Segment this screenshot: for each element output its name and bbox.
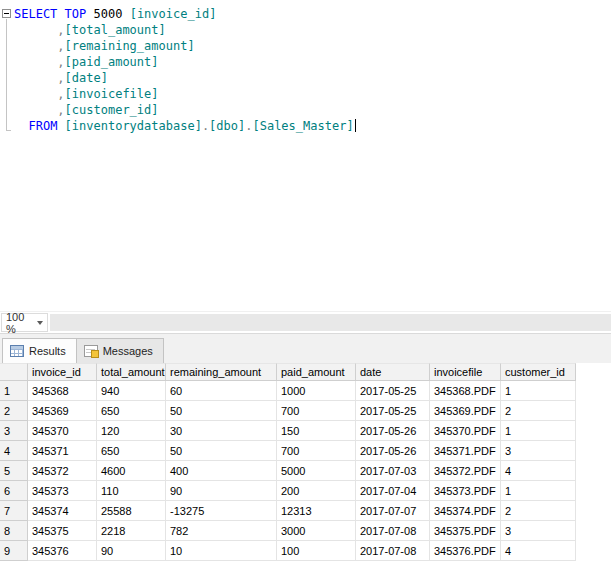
cell-total_amount[interactable]: 4600 <box>97 461 166 481</box>
cell-customer_id[interactable]: 1 <box>501 381 576 401</box>
cell-remaining_amount[interactable]: 60 <box>166 381 277 401</box>
cell-customer_id[interactable]: 2 <box>501 501 576 521</box>
table-row: 734537425588-13275123132017-07-07345374.… <box>0 501 576 521</box>
cell-invoicefile[interactable]: 345369.PDF <box>430 401 501 421</box>
cell-invoicefile[interactable]: 345371.PDF <box>430 441 501 461</box>
cell-paid_amount[interactable]: 5000 <box>277 461 356 481</box>
cell-invoice_id[interactable]: 345375 <box>28 521 97 541</box>
cell-remaining_amount[interactable]: 400 <box>166 461 277 481</box>
code-line: ,[total_amount] <box>14 22 611 38</box>
column-header-date[interactable]: date <box>356 363 430 381</box>
code-line: ,[customer_id] <box>14 102 611 118</box>
cell-total_amount[interactable]: 120 <box>97 421 166 441</box>
column-header-paid_amount[interactable]: paid_amount <box>277 363 356 381</box>
row-header[interactable]: 3 <box>0 421 28 441</box>
cell-invoicefile[interactable]: 345375.PDF <box>430 521 501 541</box>
zoom-level-dropdown[interactable]: 100 % <box>1 313 48 332</box>
tab-results[interactable]: Results <box>2 338 77 363</box>
cell-invoicefile[interactable]: 345373.PDF <box>430 481 501 501</box>
cell-total_amount[interactable]: 650 <box>97 401 166 421</box>
cell-remaining_amount[interactable]: 10 <box>166 541 277 561</box>
messages-icon <box>84 345 98 357</box>
code-line: SELECT TOP 5000 [invoice_id] <box>14 6 611 22</box>
column-header-invoicefile[interactable]: invoicefile <box>430 363 501 381</box>
cell-invoice_id[interactable]: 345374 <box>28 501 97 521</box>
cell-remaining_amount[interactable]: 30 <box>166 421 277 441</box>
table-row: 13453689406010002017-05-25345368.PDF1 <box>0 381 576 401</box>
cell-date[interactable]: 2017-05-26 <box>356 421 430 441</box>
horizontal-scrollbar[interactable] <box>50 314 611 331</box>
cell-total_amount[interactable]: 25588 <box>97 501 166 521</box>
cell-invoicefile[interactable]: 345368.PDF <box>430 381 501 401</box>
cell-date[interactable]: 2017-07-04 <box>356 481 430 501</box>
cell-total_amount[interactable]: 940 <box>97 381 166 401</box>
cell-invoice_id[interactable]: 345373 <box>28 481 97 501</box>
cell-invoice_id[interactable]: 345376 <box>28 541 97 561</box>
column-header-remaining_amount[interactable]: remaining_amount <box>166 363 277 381</box>
cell-date[interactable]: 2017-07-07 <box>356 501 430 521</box>
cell-total_amount[interactable]: 90 <box>97 541 166 561</box>
sql-editor[interactable]: /****** Script for SelectTopNRows comman… <box>0 0 611 311</box>
cell-total_amount[interactable]: 650 <box>97 441 166 461</box>
table-row: 5345372460040050002017-07-03345372.PDF4 <box>0 461 576 481</box>
cell-invoicefile[interactable]: 345372.PDF <box>430 461 501 481</box>
cell-invoice_id[interactable]: 345371 <box>28 441 97 461</box>
cell-invoicefile[interactable]: 345374.PDF <box>430 501 501 521</box>
column-header-total_amount[interactable]: total_amount <box>97 363 166 381</box>
zoom-level-value: 100 % <box>6 311 37 335</box>
row-header[interactable]: 4 <box>0 441 28 461</box>
cell-customer_id[interactable]: 2 <box>501 401 576 421</box>
cell-customer_id[interactable]: 3 <box>501 441 576 461</box>
cell-date[interactable]: 2017-05-25 <box>356 401 430 421</box>
cell-date[interactable]: 2017-07-03 <box>356 461 430 481</box>
code-line: ,[remaining_amount] <box>14 38 611 54</box>
column-header-invoice_id[interactable]: invoice_id <box>28 363 97 381</box>
cell-paid_amount[interactable]: 700 <box>277 401 356 421</box>
row-header[interactable]: 2 <box>0 401 28 421</box>
chevron-down-icon <box>37 321 43 325</box>
row-header[interactable]: 7 <box>0 501 28 521</box>
cell-invoice_id[interactable]: 345372 <box>28 461 97 481</box>
cell-paid_amount[interactable]: 200 <box>277 481 356 501</box>
cell-date[interactable]: 2017-05-25 <box>356 381 430 401</box>
cell-remaining_amount[interactable]: 782 <box>166 521 277 541</box>
table-row: 2345369650507002017-05-25345369.PDF2 <box>0 401 576 421</box>
cell-paid_amount[interactable]: 1000 <box>277 381 356 401</box>
cell-date[interactable]: 2017-07-08 <box>356 541 430 561</box>
tab-messages[interactable]: Messages <box>76 338 164 363</box>
cell-remaining_amount[interactable]: 90 <box>166 481 277 501</box>
cell-invoice_id[interactable]: 345369 <box>28 401 97 421</box>
cell-paid_amount[interactable]: 3000 <box>277 521 356 541</box>
cell-total_amount[interactable]: 110 <box>97 481 166 501</box>
cell-invoice_id[interactable]: 345370 <box>28 421 97 441</box>
cell-invoicefile[interactable]: 345370.PDF <box>430 421 501 441</box>
row-header[interactable]: 8 <box>0 521 28 541</box>
cell-customer_id[interactable]: 3 <box>501 521 576 541</box>
cell-paid_amount[interactable]: 150 <box>277 421 356 441</box>
cell-date[interactable]: 2017-07-08 <box>356 521 430 541</box>
results-grid-pane: invoice_idtotal_amountremaining_amountpa… <box>0 363 611 561</box>
code-line: ,[paid_amount] <box>14 54 611 70</box>
cell-paid_amount[interactable]: 100 <box>277 541 356 561</box>
grid-corner-cell[interactable] <box>0 363 28 381</box>
collapse-region-toggle-icon[interactable] <box>2 9 11 18</box>
cell-total_amount[interactable]: 2218 <box>97 521 166 541</box>
cell-paid_amount[interactable]: 12313 <box>277 501 356 521</box>
cell-invoice_id[interactable]: 345368 <box>28 381 97 401</box>
cell-remaining_amount[interactable]: 50 <box>166 401 277 421</box>
row-header[interactable]: 5 <box>0 461 28 481</box>
cell-remaining_amount[interactable]: 50 <box>166 441 277 461</box>
cell-customer_id[interactable]: 4 <box>501 541 576 561</box>
column-header-customer_id[interactable]: customer_id <box>501 363 576 381</box>
row-header[interactable]: 9 <box>0 541 28 561</box>
cell-paid_amount[interactable]: 700 <box>277 441 356 461</box>
row-header[interactable]: 1 <box>0 381 28 401</box>
cell-date[interactable]: 2017-05-26 <box>356 441 430 461</box>
cell-customer_id[interactable]: 4 <box>501 461 576 481</box>
grid-header-row: invoice_idtotal_amountremaining_amountpa… <box>0 363 576 381</box>
cell-remaining_amount[interactable]: -13275 <box>166 501 277 521</box>
cell-customer_id[interactable]: 1 <box>501 421 576 441</box>
cell-customer_id[interactable]: 1 <box>501 481 576 501</box>
row-header[interactable]: 6 <box>0 481 28 501</box>
cell-invoicefile[interactable]: 345376.PDF <box>430 541 501 561</box>
